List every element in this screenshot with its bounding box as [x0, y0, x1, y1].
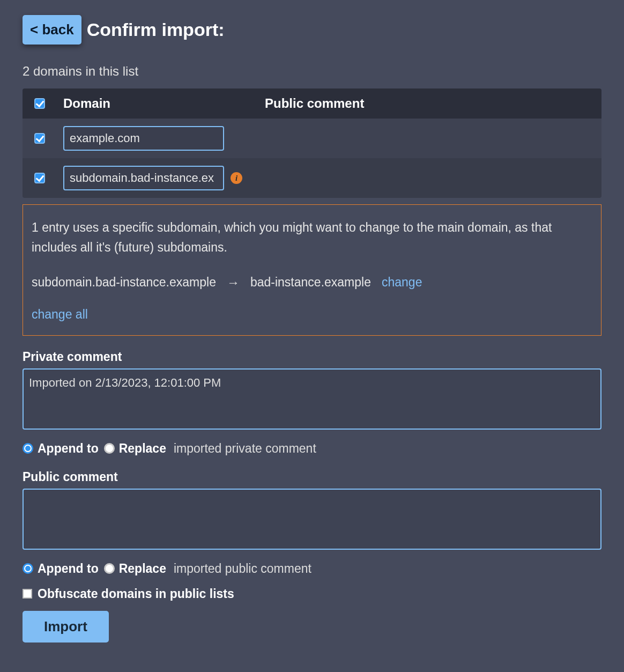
public-comment-suffix: imported public comment: [174, 562, 311, 576]
select-all-checkbox[interactable]: [34, 98, 45, 109]
private-append-label: Append to: [38, 441, 99, 456]
obfuscate-checkbox[interactable]: [23, 589, 32, 599]
table-row: i: [23, 158, 601, 198]
row-checkbox[interactable]: [34, 173, 45, 183]
public-comment-label: Public comment: [23, 470, 601, 484]
private-comment-textarea[interactable]: [23, 368, 601, 430]
private-append-option[interactable]: Append to: [23, 441, 99, 456]
column-header-domain: Domain: [63, 96, 251, 111]
private-replace-label: Replace: [119, 441, 166, 456]
domain-input[interactable]: [63, 126, 224, 151]
domain-input[interactable]: [63, 166, 224, 190]
change-link[interactable]: change: [382, 272, 422, 292]
change-all-link[interactable]: change all: [32, 307, 88, 321]
warning-to-domain: bad-instance.example: [250, 272, 371, 292]
private-append-radio[interactable]: [23, 443, 33, 454]
list-count-text: 2 domains in this list: [23, 64, 601, 79]
private-replace-radio[interactable]: [104, 443, 115, 454]
public-append-label: Append to: [38, 562, 99, 576]
table-header-row: Domain Public comment: [23, 88, 601, 119]
column-header-public-comment: Public comment: [265, 96, 590, 111]
domain-table: Domain Public comment i: [23, 88, 601, 198]
page-title: Confirm import:: [87, 19, 225, 40]
public-replace-label: Replace: [119, 562, 166, 576]
warning-text: 1 entry uses a specific subdomain, which…: [32, 218, 592, 257]
private-comment-suffix: imported private comment: [174, 441, 316, 456]
import-button[interactable]: Import: [23, 611, 109, 643]
public-append-option[interactable]: Append to: [23, 562, 99, 576]
obfuscate-label: Obfuscate domains in public lists: [38, 587, 234, 601]
row-checkbox[interactable]: [34, 133, 45, 144]
arrow-right-icon: →: [227, 272, 240, 293]
info-icon[interactable]: i: [231, 172, 242, 184]
subdomain-warning-box: 1 entry uses a specific subdomain, which…: [23, 204, 601, 336]
public-replace-radio[interactable]: [104, 563, 115, 574]
private-replace-option[interactable]: Replace: [104, 441, 166, 456]
private-comment-label: Private comment: [23, 350, 601, 364]
warning-from-domain: subdomain.bad-instance.example: [32, 272, 216, 292]
public-append-radio[interactable]: [23, 563, 33, 574]
public-replace-option[interactable]: Replace: [104, 562, 166, 576]
table-row: [23, 119, 601, 158]
back-button[interactable]: < back: [23, 15, 81, 45]
public-comment-textarea[interactable]: [23, 489, 601, 550]
